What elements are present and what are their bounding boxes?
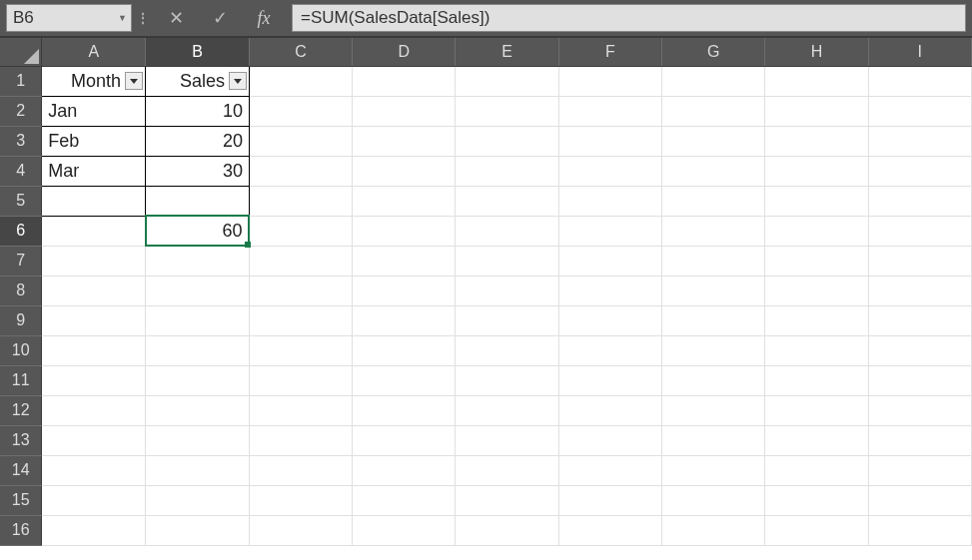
cell-B4[interactable]: 30 [146, 156, 250, 186]
cell-D4[interactable] [353, 156, 456, 186]
name-box[interactable]: B6 ▼ [6, 4, 132, 32]
cell-I5[interactable] [868, 186, 971, 216]
cell-H5[interactable] [765, 186, 868, 216]
cell-H13[interactable] [765, 425, 868, 455]
cell-E11[interactable] [456, 365, 558, 395]
cell-F1[interactable] [558, 66, 661, 96]
row-header-8[interactable]: 8 [0, 276, 42, 305]
cell-D16[interactable] [353, 515, 456, 545]
cell-E12[interactable] [456, 395, 558, 425]
cell-E13[interactable] [456, 425, 558, 455]
cell-A1[interactable]: Month [42, 66, 146, 96]
cell-F10[interactable] [558, 335, 661, 365]
cell-I1[interactable] [868, 66, 971, 96]
cell-E6[interactable] [456, 216, 558, 246]
cell-D6[interactable] [353, 216, 456, 246]
cell-F9[interactable] [558, 305, 661, 335]
cell-G6[interactable] [662, 216, 765, 246]
cell-C2[interactable] [249, 96, 352, 126]
cell-I8[interactable] [868, 276, 971, 305]
row-header-15[interactable]: 15 [0, 485, 42, 515]
column-header-E[interactable]: E [456, 38, 558, 66]
cell-F4[interactable] [558, 156, 661, 186]
cell-D8[interactable] [353, 276, 456, 305]
cell-A14[interactable] [42, 455, 146, 485]
cell-B7[interactable] [146, 246, 250, 276]
cell-I4[interactable] [868, 156, 971, 186]
formula-input[interactable]: =SUM(SalesData[Sales]) [292, 4, 966, 32]
cell-C5[interactable] [249, 186, 352, 216]
cell-F5[interactable] [558, 186, 661, 216]
row-header-10[interactable]: 10 [0, 335, 42, 365]
cell-F13[interactable] [558, 425, 661, 455]
cell-F12[interactable] [558, 395, 661, 425]
cell-C13[interactable] [249, 425, 352, 455]
row-header-5[interactable]: 5 [0, 186, 42, 216]
cell-E14[interactable] [456, 455, 558, 485]
cell-A12[interactable] [42, 395, 146, 425]
cell-I15[interactable] [868, 485, 971, 515]
cell-E16[interactable] [456, 515, 558, 545]
select-all-corner[interactable] [0, 38, 42, 66]
cell-A2[interactable]: Jan [42, 96, 146, 126]
cell-E5[interactable] [456, 186, 558, 216]
cell-B14[interactable] [146, 455, 250, 485]
cell-D7[interactable] [353, 246, 456, 276]
cell-C14[interactable] [249, 455, 352, 485]
cell-H7[interactable] [765, 246, 868, 276]
row-header-13[interactable]: 13 [0, 425, 42, 455]
row-header-2[interactable]: 2 [0, 96, 42, 126]
cell-C12[interactable] [249, 395, 352, 425]
cell-H2[interactable] [765, 96, 868, 126]
cell-A5[interactable] [42, 186, 146, 216]
row-header-7[interactable]: 7 [0, 246, 42, 276]
cell-I11[interactable] [868, 365, 971, 395]
cell-E4[interactable] [456, 156, 558, 186]
cell-G2[interactable] [662, 96, 765, 126]
column-header-B[interactable]: B [146, 38, 250, 66]
filter-button-B[interactable] [229, 72, 247, 90]
column-header-F[interactable]: F [558, 38, 661, 66]
cell-D14[interactable] [353, 455, 456, 485]
cell-B11[interactable] [146, 365, 250, 395]
cell-E9[interactable] [456, 305, 558, 335]
cell-I16[interactable] [868, 515, 971, 545]
cell-G15[interactable] [662, 485, 765, 515]
cell-D2[interactable] [353, 96, 456, 126]
cell-F7[interactable] [558, 246, 661, 276]
cell-I14[interactable] [868, 455, 971, 485]
cell-G5[interactable] [662, 186, 765, 216]
cell-F6[interactable] [558, 216, 661, 246]
cell-D1[interactable] [353, 66, 456, 96]
fill-handle[interactable] [245, 242, 251, 248]
column-header-A[interactable]: A [42, 38, 146, 66]
cell-E10[interactable] [456, 335, 558, 365]
row-header-3[interactable]: 3 [0, 126, 42, 156]
cell-B15[interactable] [146, 485, 250, 515]
cell-B9[interactable] [146, 305, 250, 335]
cell-F8[interactable] [558, 276, 661, 305]
cell-C6[interactable] [249, 216, 352, 246]
cell-G10[interactable] [662, 335, 765, 365]
cell-H12[interactable] [765, 395, 868, 425]
cell-G3[interactable] [662, 126, 765, 156]
row-header-1[interactable]: 1 [0, 66, 42, 96]
cell-H8[interactable] [765, 276, 868, 305]
column-header-H[interactable]: H [765, 38, 868, 66]
cell-B13[interactable] [146, 425, 250, 455]
cell-A8[interactable] [42, 276, 146, 305]
row-header-14[interactable]: 14 [0, 455, 42, 485]
cell-G1[interactable] [662, 66, 765, 96]
cell-E15[interactable] [456, 485, 558, 515]
cell-F3[interactable] [558, 126, 661, 156]
insert-function-button[interactable]: fx [242, 4, 286, 32]
cell-B5[interactable] [146, 186, 250, 216]
cell-I3[interactable] [868, 126, 971, 156]
cell-D9[interactable] [353, 305, 456, 335]
column-header-G[interactable]: G [662, 38, 765, 66]
cell-C7[interactable] [249, 246, 352, 276]
cell-H6[interactable] [765, 216, 868, 246]
cell-D3[interactable] [353, 126, 456, 156]
cell-H14[interactable] [765, 455, 868, 485]
cell-I10[interactable] [868, 335, 971, 365]
